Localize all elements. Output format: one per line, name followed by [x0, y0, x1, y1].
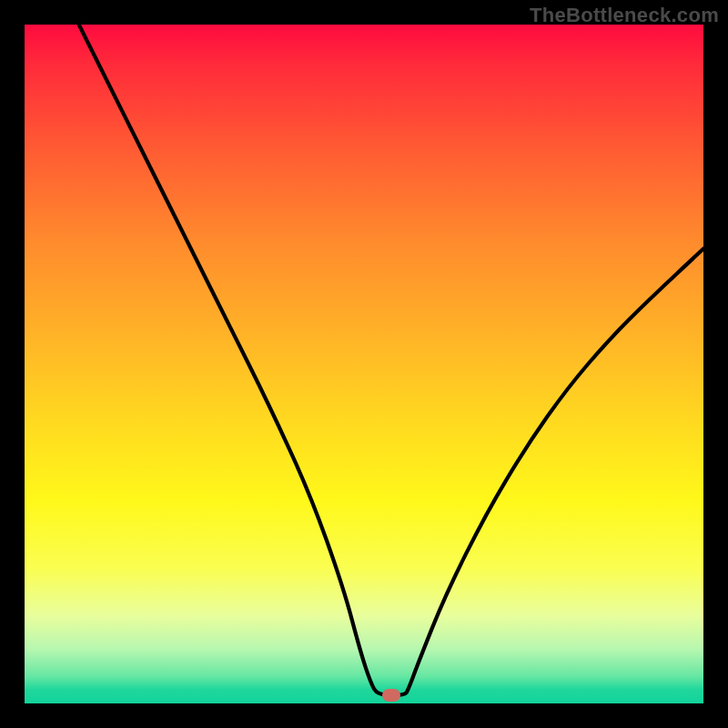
chart-frame: TheBottleneck.com [0, 0, 728, 728]
optimum-marker [382, 689, 400, 702]
plot-area [25, 25, 703, 703]
bottleneck-curve [25, 25, 703, 703]
watermark-text: TheBottleneck.com [530, 4, 719, 27]
